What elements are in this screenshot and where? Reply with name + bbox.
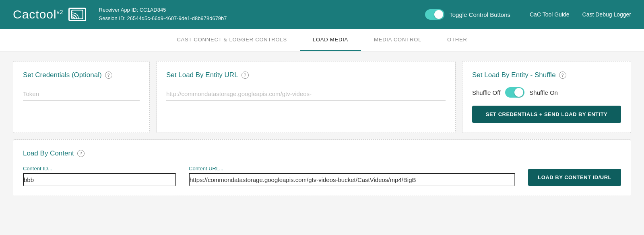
toggle-knob <box>434 10 443 19</box>
shuffle-toggle-knob <box>514 88 523 97</box>
load-content-title-text: Load By Content <box>23 149 74 157</box>
content-url-group: Content URL... <box>189 166 515 186</box>
load-content-card: Load By Content ? Content ID... Content … <box>13 139 631 196</box>
session-id: Session ID: 26544d5c-66d9-4607-9de1-d8b9… <box>99 14 425 23</box>
receiver-app-id: Receiver App ID: CC1AD845 <box>99 6 425 14</box>
token-input[interactable] <box>23 87 140 101</box>
content-fields-row: Content ID... Content URL... LOAD BY CON… <box>23 166 621 186</box>
tab-cast-connect[interactable]: CAST CONNECT & LOGGER CONTROLS <box>164 29 299 51</box>
content-url-label: Content URL... <box>189 166 515 172</box>
logo-area: Cactoolv2 <box>13 8 86 21</box>
entity-url-input[interactable] <box>166 87 446 101</box>
shuffle-off-label: Shuffle Off <box>472 89 500 96</box>
entity-url-card: Set Load By Entity URL ? <box>156 61 456 133</box>
send-load-by-entity-button[interactable]: SET CREDENTIALS + SEND LOAD BY ENTITY <box>472 106 621 123</box>
shuffle-toggle[interactable] <box>505 87 524 98</box>
tab-media-control[interactable]: MEDIA CONTROL <box>361 29 434 51</box>
content-id-input[interactable] <box>23 173 176 186</box>
shuffle-title-text: Set Load By Entity - Shuffle <box>472 71 556 79</box>
credentials-title-text: Set Credentials (Optional) <box>23 71 102 79</box>
control-buttons-toggle[interactable] <box>425 9 444 20</box>
load-content-button[interactable]: LOAD BY CONTENT ID/URL <box>528 169 621 186</box>
shuffle-on-label: Shuffle On <box>529 89 558 96</box>
credentials-card: Set Credentials (Optional) ? <box>13 61 150 133</box>
shuffle-toggle-row: Shuffle Off Shuffle On <box>472 87 621 98</box>
load-content-card-title: Load By Content ? <box>23 149 621 157</box>
toggle-area: Toggle Control Buttons <box>425 9 510 20</box>
logo-text: Cactoolv2 <box>13 8 64 21</box>
content-id-label: Content ID... <box>23 166 176 172</box>
load-content-help-icon[interactable]: ? <box>77 150 85 157</box>
tab-other[interactable]: OTHER <box>434 29 480 51</box>
logo-name: Cactool <box>13 8 57 21</box>
main-content: Set Credentials (Optional) ? Set Load By… <box>0 51 644 206</box>
tabs-bar: CAST CONNECT & LOGGER CONTROLS LOAD MEDI… <box>0 29 644 51</box>
header-nav: CaC Tool Guide Cast Debug Logger <box>530 11 631 18</box>
cast-icon <box>68 8 86 21</box>
shuffle-card: Set Load By Entity - Shuffle ? Shuffle O… <box>462 61 631 133</box>
credentials-help-icon[interactable]: ? <box>105 72 112 79</box>
cac-tool-guide-link[interactable]: CaC Tool Guide <box>530 11 570 18</box>
logo-version: v2 <box>57 9 64 15</box>
cast-debug-logger-link[interactable]: Cast Debug Logger <box>582 11 631 18</box>
app-header: Cactoolv2 Receiver App ID: CC1AD845 Sess… <box>0 0 644 29</box>
entity-url-help-icon[interactable]: ? <box>242 72 249 79</box>
top-cards-row: Set Credentials (Optional) ? Set Load By… <box>13 61 631 133</box>
content-id-group: Content ID... <box>23 166 176 186</box>
header-info: Receiver App ID: CC1AD845 Session ID: 26… <box>99 6 425 23</box>
entity-url-card-title: Set Load By Entity URL ? <box>166 71 446 79</box>
shuffle-card-title: Set Load By Entity - Shuffle ? <box>472 71 621 79</box>
tab-load-media[interactable]: LOAD MEDIA <box>300 29 361 51</box>
content-url-input[interactable] <box>189 173 515 186</box>
entity-url-title-text: Set Load By Entity URL <box>166 71 238 79</box>
shuffle-help-icon[interactable]: ? <box>559 72 566 79</box>
credentials-card-title: Set Credentials (Optional) ? <box>23 71 140 79</box>
cast-svg-icon <box>71 10 83 19</box>
toggle-label: Toggle Control Buttons <box>449 11 510 18</box>
